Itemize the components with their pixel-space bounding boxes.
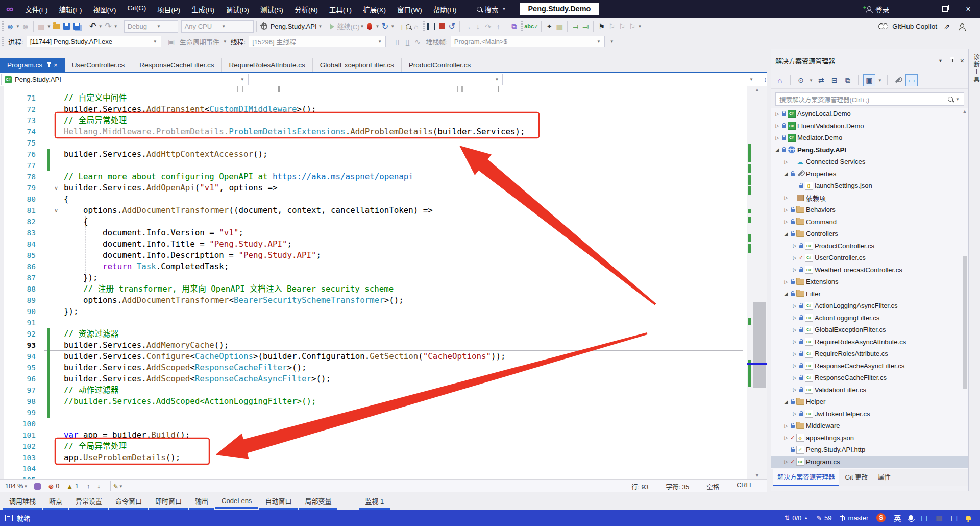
tree-item-peng-study-api[interactable]: ◢Peng.Study.API	[771, 144, 968, 156]
lifecycle-label[interactable]: 生命周期事件	[180, 37, 219, 46]
stop-icon[interactable]	[436, 20, 447, 33]
code-line[interactable]: 75	[4, 137, 747, 149]
line-indicator[interactable]: 行: 93	[631, 482, 648, 491]
tree-item-validationfilter-cs[interactable]: ▷C#ValidationFilter.cs	[771, 384, 968, 396]
hot-reload-icon[interactable]	[364, 20, 375, 33]
previous-issue-icon[interactable]: ↑	[87, 483, 90, 490]
tree-item-launchsettings-json[interactable]: {}launchSettings.json	[771, 180, 968, 192]
expander-icon[interactable]: ▷	[792, 267, 798, 272]
scrollbar-thumb[interactable]	[963, 256, 967, 389]
code-line[interactable]: 86 return Task.CompletedTask;	[4, 261, 747, 272]
tree-item-properties[interactable]: ◢Properties	[771, 168, 968, 180]
expander-icon[interactable]: ▷	[792, 255, 798, 260]
expander-icon[interactable]: ▷	[783, 195, 789, 200]
bookmark-icon[interactable]: ⚑	[596, 20, 606, 33]
spell-check-icon[interactable]: abc✓	[524, 20, 538, 33]
microphone-icon[interactable]	[909, 515, 913, 520]
tree-item-controllers[interactable]: ◢Controllers	[771, 228, 968, 240]
code-line[interactable]: 96builder.Services.AddScoped<ResponseCac…	[4, 373, 747, 385]
code-line[interactable]: 76builder.Services.AddHttpContextAccesso…	[4, 149, 747, 160]
expander-icon[interactable]: ▷	[792, 411, 798, 416]
restart-icon[interactable]: ↻	[380, 20, 390, 33]
expander-icon[interactable]: ▷	[774, 111, 780, 116]
code-line[interactable]: 100	[4, 418, 747, 429]
search-button[interactable]: 搜索 ▼	[477, 4, 507, 14]
undo-icon[interactable]: ↶	[88, 20, 98, 33]
fold-collapse-icon[interactable]: ∨	[52, 182, 60, 194]
menu-item[interactable]: 工具(T)	[324, 4, 357, 14]
flag-threads-icon[interactable]: ▯	[392, 36, 402, 48]
tree-item-responsecachefilter-cs[interactable]: ▷C#ResponseCacheFilter.cs	[771, 372, 968, 384]
expander-icon[interactable]: ▷	[783, 207, 789, 212]
document-health-icon[interactable]	[34, 483, 41, 490]
continue-play-icon[interactable]	[327, 20, 337, 33]
show-next-statement-icon[interactable]: →	[462, 20, 473, 33]
tree-item-fluentvalidation-demo[interactable]: ▷C#FluentValidation.Demo	[771, 120, 968, 132]
tree-item-middleware[interactable]: ▷Middleware	[771, 420, 968, 432]
expander-icon[interactable]: ▷	[783, 459, 789, 464]
fold-collapse-icon[interactable]: ∨	[52, 205, 60, 216]
solution-search-input[interactable]: 搜索解决方案资源管理器(Ctrl+;) ▼	[775, 92, 964, 106]
menu-item[interactable]: 帮助(H)	[428, 4, 462, 14]
code-line[interactable]: 97// 动作过滤器	[4, 385, 747, 396]
tree-item-usercontroller-cs[interactable]: ▷✓C#UserController.cs	[771, 252, 968, 264]
intellitrace-icon[interactable]: ⧉	[509, 20, 519, 33]
close-button[interactable]: ×	[957, 0, 980, 18]
code-editor[interactable]: 71// 自定义中间件72builder.Services.AddTransie…	[4, 86, 747, 479]
tree-item-helper[interactable]: ◢Helper	[771, 396, 968, 408]
expander-icon[interactable]: ◢	[783, 231, 789, 236]
menu-item[interactable]: 测试(S)	[255, 4, 289, 14]
previous-bookmark-icon[interactable]: ⚐	[606, 20, 617, 33]
panel-tab[interactable]: 即时窗口	[149, 492, 188, 510]
copilot-account-icon[interactable]	[957, 20, 967, 33]
tree-item--[interactable]: ▷依赖项	[771, 192, 968, 204]
code-line[interactable]: 88 // 注册 transformer, 用来向 OpenAPI 文档注入 B…	[4, 283, 747, 295]
code-line[interactable]: 83 document.Info.Version = "v1";	[4, 227, 747, 238]
stack-frame-select[interactable]: Program.<Main>$▼	[451, 36, 605, 47]
expander-icon[interactable]: ◢	[783, 399, 789, 404]
code-line[interactable]: 71// 自定义中间件	[4, 92, 747, 104]
code-line[interactable]: 98//builder.Services.AddScoped<ActionLog…	[4, 396, 747, 407]
menu-item[interactable]: 文件(F)	[19, 4, 53, 14]
tool-window-tab[interactable]: 解决方案资源管理器	[773, 469, 839, 486]
clear-bookmarks-icon[interactable]: ⚐	[627, 20, 637, 33]
collapse-all-icon[interactable]: ⊟	[829, 75, 840, 86]
menu-item[interactable]: 调试(D)	[220, 4, 255, 14]
document-tab[interactable]: Program.cs×	[0, 58, 65, 72]
breadcrumb-member-select[interactable]: ▼	[503, 74, 757, 85]
solution-configuration-select[interactable]: Debug▼	[124, 20, 178, 33]
pending-changes-filter-icon[interactable]: ⊙	[795, 75, 806, 86]
startup-project-select[interactable]: Peng.Study.API	[271, 22, 317, 30]
scrollbar-thumb[interactable]	[753, 302, 766, 388]
code-line[interactable]: 101var app = builder.Build();	[4, 429, 747, 441]
panel-tab[interactable]: 输出	[189, 492, 214, 510]
expander-icon[interactable]: ▷	[792, 363, 798, 368]
open-folder-icon[interactable]	[52, 20, 62, 33]
panel-tab[interactable]: 命令窗口	[109, 492, 148, 510]
expander-icon[interactable]: ▷	[783, 219, 789, 224]
sign-in-button[interactable]: + 登录	[866, 4, 889, 14]
sync-with-active-document-icon[interactable]: ⇄	[816, 75, 827, 86]
show-threads-icon[interactable]: ▯̲	[402, 36, 412, 48]
tree-item-extensions[interactable]: ▷Extensions	[771, 276, 968, 288]
scroll-up-icon[interactable]: ▲	[747, 87, 767, 92]
menu-item[interactable]: 生成(B)	[186, 4, 220, 14]
navigate-back-icon[interactable]: ⊛	[5, 20, 15, 33]
scroll-up-icon[interactable]: ▲	[962, 109, 968, 114]
chevron-down-icon[interactable]: ▼	[114, 24, 118, 29]
code-line[interactable]: 93builder.Services.AddMemoryCache();	[4, 340, 747, 351]
frames-icon[interactable]: ∿	[412, 36, 423, 48]
copilot-share-icon[interactable]: ⇗	[942, 20, 952, 33]
menu-item[interactable]: 扩展(X)	[357, 4, 391, 14]
process-select[interactable]: [11744] Peng.Study.API.exe▼	[27, 36, 161, 47]
toolbar-grip[interactable]	[423, 21, 425, 32]
menu-item[interactable]: 视图(V)	[88, 4, 122, 14]
code-cleanup-icon[interactable]: ✎	[113, 483, 118, 490]
editor-scrollbar[interactable]: ▲ ▼	[747, 86, 767, 479]
zoom-select[interactable]: 104 %	[5, 483, 23, 490]
expander-icon[interactable]: ▷	[783, 423, 789, 428]
code-line[interactable]: 92// 资源过滤器	[4, 328, 747, 340]
code-line[interactable]: 84 document.Info.Title = "Peng.Study.API…	[4, 238, 747, 250]
ime-indicator[interactable]: 英	[894, 513, 901, 523]
expander-icon[interactable]: ▷	[792, 375, 798, 380]
